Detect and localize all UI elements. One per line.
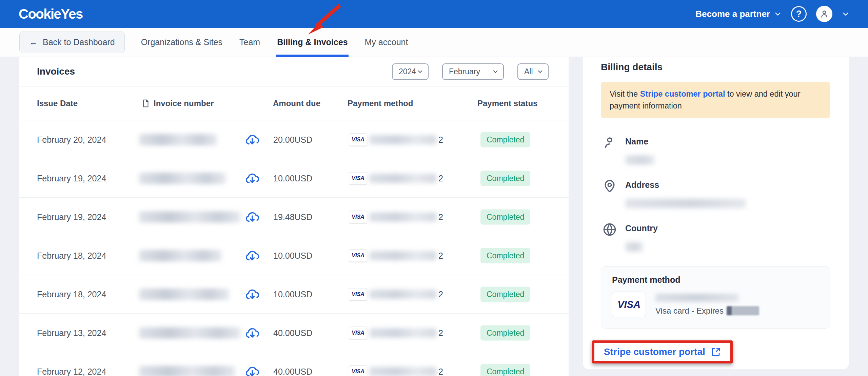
person-icon [820,9,829,19]
amount-due: 10.00USD [273,251,312,260]
annotation-box: Stripe customer portal [592,340,733,363]
download-invoice-button[interactable] [244,170,261,187]
status-filter-dropdown[interactable]: All [517,63,549,80]
chevron-down-icon [774,10,782,18]
invoice-number-redacted [139,366,235,376]
amount-due: 20.00USD [273,135,312,144]
issue-date: February 12, 2024 [37,367,106,376]
download-invoice-button[interactable] [244,247,261,264]
visa-card-chip: VISA [349,249,367,262]
column-amount-due: Amount due [273,99,320,108]
help-icon: ? [796,9,802,19]
app-header: CookieYes Become a partner ? [0,0,868,28]
download-invoice-button[interactable] [244,209,261,225]
download-invoice-button[interactable] [244,286,261,303]
download-invoice-button[interactable] [244,131,261,148]
visa-card-chip: VISA [349,133,367,146]
become-partner-menu[interactable]: Become a partner [695,9,782,19]
payment-status-badge: Completed [480,171,530,186]
invoice-filters: 2024 February All [392,63,549,80]
column-invoice-number: Invoice number [141,99,214,108]
card-expiry-line: Visa card - Expires [655,306,759,316]
payment-status-badge: Completed [480,248,530,263]
visa-card-chip: VISA [349,211,367,223]
chevron-down-icon [537,68,543,75]
cloud-download-icon [244,209,260,225]
invoice-number-redacted [139,250,222,261]
amount-due: 19.48USD [273,212,312,222]
tab-team[interactable]: Team [239,28,261,57]
month-filter-dropdown[interactable]: February [442,63,504,80]
payment-status-badge: Completed [480,209,530,224]
card-name-redacted [655,294,738,302]
invoices-title: Invoices [37,66,75,77]
invoice-table-body: February 20, 2024 20.00USD VISA 2 Comple… [19,120,569,376]
invoice-number-redacted [139,173,226,184]
name-label: Name [625,137,654,146]
invoice-row: February 18, 2024 10.00USD VISA 2 Comple… [19,275,569,314]
notice-text-pre: Visit the [610,90,640,98]
payment-status-badge: Completed [480,325,530,340]
column-payment-status: Payment status [477,99,537,108]
payment-status-badge: Completed [480,286,530,302]
year-filter-value: 2024 [399,67,416,76]
visa-card-chip: VISA [349,288,367,300]
cloud-download-icon [244,364,260,376]
card-number-redacted [369,212,436,222]
payment-method-row: VISA Visa card - Expires [612,292,819,317]
visa-card-chip: VISA [349,365,367,376]
invoice-number-redacted [139,289,229,300]
card-last-digit: 2 [438,173,443,183]
visa-card-chip: VISA [349,172,367,184]
invoice-row: February 20, 2024 20.00USD VISA 2 Comple… [19,120,569,159]
address-value-redacted [625,199,746,208]
invoice-row: February 19, 2024 19.48USD VISA 2 Comple… [19,198,569,236]
invoices-header: Invoices 2024 February All [19,57,569,86]
payment-method-card: Payment method VISA Visa card - Expires [601,266,830,329]
download-invoice-button[interactable] [244,324,261,341]
card-number-redacted [369,251,436,260]
account-chevron-down-icon[interactable] [842,10,849,18]
amount-due: 40.00USD [273,328,312,338]
download-invoice-button[interactable] [244,363,261,376]
person-icon [602,135,617,150]
back-to-dashboard-button[interactable]: ← Back to Dashboard [19,32,125,53]
issue-date: February 20, 2024 [37,135,106,144]
billing-field-address: Address [602,180,849,208]
user-avatar[interactable] [816,6,832,22]
card-last-digit: 2 [438,328,443,338]
tab-billing-invoices[interactable]: Billing & Invoices [276,28,348,57]
external-link-icon [711,347,721,357]
card-last-digit: 2 [438,251,443,260]
tab-my-account[interactable]: My account [364,28,409,57]
year-filter-dropdown[interactable]: 2024 [392,63,429,80]
amount-due: 10.00USD [273,173,312,183]
card-number-redacted [369,290,436,299]
amount-due: 10.00USD [273,289,312,299]
column-issue-date: Issue Date [37,99,78,108]
help-button[interactable]: ? [791,6,807,22]
stripe-portal-label: Stripe customer portal [604,347,705,357]
main-content: Invoices 2024 February All Issue Date [0,57,868,376]
column-payment-method: Payment method [348,99,413,108]
invoice-number-redacted [139,211,241,223]
invoice-row: February 19, 2024 10.00USD VISA 2 Comple… [19,159,569,198]
card-last-digit: 2 [438,212,443,222]
country-value-redacted [625,242,643,252]
globe-icon [602,222,617,237]
tab-organizations-sites[interactable]: Organizations & Sites [140,28,223,57]
issue-date: February 18, 2024 [37,289,106,299]
amount-due: 40.00USD [273,367,312,376]
visa-logo-badge: VISA [612,292,646,317]
billing-details-panel: Billing details Visit the Stripe custome… [583,57,849,369]
stripe-portal-inline-link[interactable]: Stripe customer portal [640,90,725,98]
address-label: Address [625,180,746,190]
stripe-portal-notice: Visit the Stripe customer portal to view… [601,82,830,118]
location-pin-icon [602,179,617,194]
issue-date: February 13, 2024 [37,328,106,338]
card-last-digit: 2 [438,289,443,299]
card-last-digit: 2 [438,367,443,376]
name-value-redacted [625,155,654,165]
header-actions: Become a partner ? [695,6,849,22]
stripe-customer-portal-link[interactable]: Stripe customer portal [594,343,730,361]
